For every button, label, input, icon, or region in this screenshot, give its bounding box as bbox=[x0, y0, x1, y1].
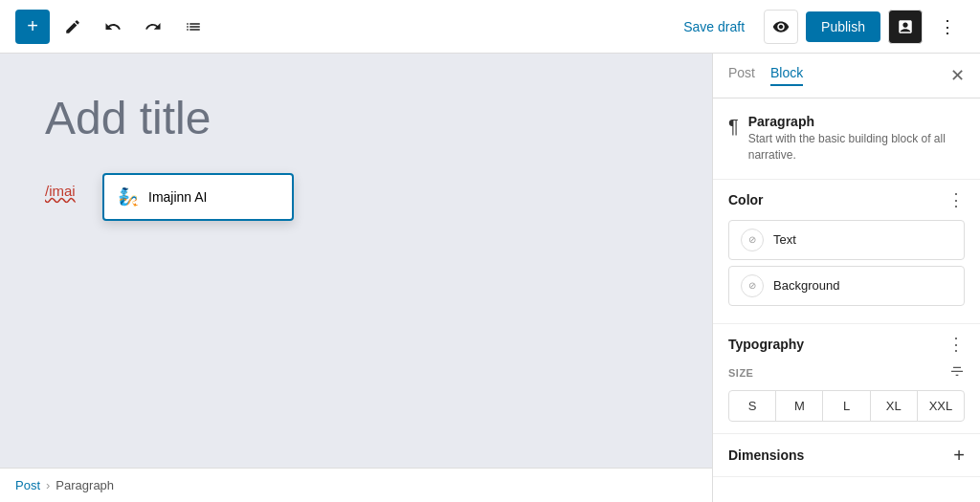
editor-title[interactable]: Add title bbox=[45, 92, 667, 144]
color-section-header[interactable]: Color ⋮ bbox=[713, 180, 980, 220]
size-header-row: SIZE bbox=[728, 364, 965, 382]
color-background-icon: ⊘ bbox=[741, 274, 764, 297]
settings-button[interactable] bbox=[888, 10, 923, 44]
autocomplete-item-imajinn[interactable]: 🧞 Imajinn AI bbox=[104, 179, 292, 215]
breadcrumb-separator: › bbox=[46, 478, 50, 492]
typography-section: Typography ⋮ SIZE S M L XL X bbox=[713, 324, 980, 434]
size-btn-xxl[interactable]: XXL bbox=[918, 391, 964, 421]
slash-command-text[interactable]: /imai bbox=[45, 183, 76, 199]
dimensions-header[interactable]: Dimensions + bbox=[713, 434, 980, 476]
size-btn-xl[interactable]: XL bbox=[871, 391, 918, 421]
typography-section-header[interactable]: Typography ⋮ bbox=[713, 324, 980, 364]
color-section-title: Color bbox=[728, 192, 764, 207]
sidebar-header: Post Block ✕ bbox=[713, 54, 980, 98]
paragraph-block-icon: ¶ bbox=[728, 116, 739, 138]
toolbar-left: + bbox=[15, 10, 664, 44]
pencil-icon bbox=[64, 18, 81, 35]
block-info: ¶ Paragraph Start with the basic buildin… bbox=[713, 98, 980, 180]
autocomplete-item-label: Imajinn AI bbox=[148, 189, 207, 205]
editor-inner: Add title 🧞 Imajinn AI /imai bbox=[45, 92, 667, 240]
filter-icon bbox=[949, 364, 965, 380]
color-background-label: Background bbox=[773, 278, 839, 293]
redo-icon bbox=[145, 18, 162, 35]
edit-tools-button[interactable] bbox=[56, 10, 90, 44]
autocomplete-popup: 🧞 Imajinn AI bbox=[102, 173, 294, 221]
block-name: Paragraph bbox=[748, 114, 965, 129]
tab-post[interactable]: Post bbox=[728, 65, 755, 86]
toolbar-right: Save draft Publish ⋮ bbox=[672, 10, 965, 44]
main-area: Add title 🧞 Imajinn AI /imai Post › Para… bbox=[0, 54, 980, 502]
typography-section-content: SIZE S M L XL XXL bbox=[713, 364, 980, 433]
save-draft-button[interactable]: Save draft bbox=[672, 13, 756, 40]
view-button[interactable] bbox=[764, 10, 798, 44]
color-section-content: ⊘ Text ⊘ Background bbox=[713, 220, 980, 323]
view-icon bbox=[772, 18, 790, 35]
editor-canvas[interactable]: Add title 🧞 Imajinn AI /imai bbox=[0, 54, 712, 468]
breadcrumb-post[interactable]: Post bbox=[15, 478, 40, 492]
undo-button[interactable] bbox=[96, 10, 130, 44]
color-text-label: Text bbox=[773, 232, 796, 247]
sidebar: Post Block ✕ ¶ Paragraph Start with the … bbox=[712, 54, 980, 502]
imajinn-icon: 🧞 bbox=[118, 186, 139, 207]
size-filter-button[interactable] bbox=[949, 364, 965, 382]
size-btn-s[interactable]: S bbox=[729, 391, 776, 421]
redo-button[interactable] bbox=[136, 10, 170, 44]
block-description: Start with the basic building block of a… bbox=[748, 131, 965, 164]
size-btn-l[interactable]: L bbox=[823, 391, 870, 421]
more-options-button[interactable]: ⋮ bbox=[930, 10, 965, 44]
settings-icon bbox=[897, 18, 914, 35]
dimensions-section: Dimensions + bbox=[713, 434, 980, 477]
breadcrumb-current: Paragraph bbox=[56, 478, 114, 492]
color-section-menu-button[interactable]: ⋮ bbox=[947, 191, 965, 208]
color-background-option[interactable]: ⊘ Background bbox=[728, 266, 965, 306]
typography-section-title: Typography bbox=[728, 337, 804, 352]
size-btn-m[interactable]: M bbox=[776, 391, 823, 421]
tab-block[interactable]: Block bbox=[770, 65, 803, 86]
editor-paragraph-area[interactable]: 🧞 Imajinn AI /imai bbox=[45, 183, 667, 240]
sidebar-close-button[interactable]: ✕ bbox=[950, 67, 965, 84]
size-buttons: S M L XL XXL bbox=[728, 390, 965, 422]
list-icon bbox=[185, 18, 202, 35]
typography-section-menu-button[interactable]: ⋮ bbox=[947, 336, 965, 353]
block-info-text: Paragraph Start with the basic building … bbox=[748, 114, 965, 164]
toolbar: + Save draft bbox=[0, 0, 980, 54]
breadcrumb-bar: Post › Paragraph bbox=[0, 468, 712, 502]
color-section: Color ⋮ ⊘ Text ⊘ Background bbox=[713, 180, 980, 324]
color-text-icon: ⊘ bbox=[741, 229, 764, 251]
list-view-button[interactable] bbox=[176, 10, 211, 44]
add-block-button[interactable]: + bbox=[15, 10, 50, 44]
dimensions-add-button[interactable]: + bbox=[953, 446, 965, 465]
editor-area: Add title 🧞 Imajinn AI /imai Post › Para… bbox=[0, 54, 712, 502]
color-text-option[interactable]: ⊘ Text bbox=[728, 220, 965, 260]
size-label: SIZE bbox=[728, 367, 753, 379]
publish-button[interactable]: Publish bbox=[806, 11, 880, 42]
undo-icon bbox=[104, 18, 122, 35]
dimensions-title: Dimensions bbox=[728, 447, 804, 463]
